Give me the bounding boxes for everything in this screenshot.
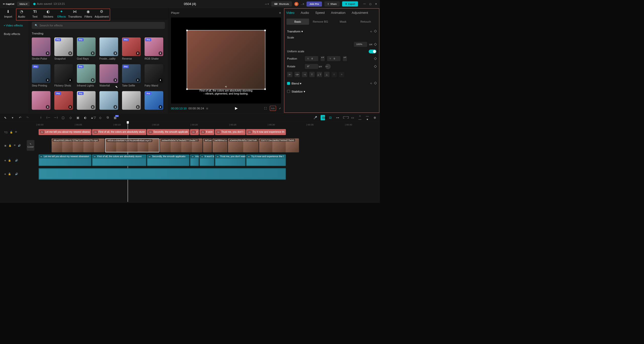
- distribute-h-icon[interactable]: ⫾: [332, 72, 337, 77]
- crop-icon[interactable]: ⧉: [105, 116, 110, 119]
- mic-icon[interactable]: 🎤: [313, 116, 318, 119]
- maximize-icon[interactable]: ▢: [369, 3, 372, 5]
- effect-item[interactable]: Pro⬇Reverse: [122, 37, 141, 60]
- fullscreen-icon[interactable]: ⤢: [279, 107, 281, 110]
- user-avatar[interactable]: C: [294, 2, 299, 6]
- video-clip[interactable]: e3e6842f5b3bf1c729870d6: [228, 138, 259, 152]
- props-tab-animation[interactable]: Animation: [330, 10, 346, 16]
- compare-icon[interactable]: ▦: [206, 107, 208, 110]
- align-center-v-icon[interactable]: ⊥⊤: [317, 72, 322, 77]
- props-tab-adjustment[interactable]: Adjustment: [351, 10, 369, 16]
- audio-clip[interactable]: cc It won't b: [199, 154, 214, 166]
- menu-button[interactable]: Menu ▾: [17, 2, 30, 6]
- audio-clip[interactable]: cc First of all, the colors are absolute…: [92, 154, 146, 166]
- effect-item[interactable]: Pro⬇RGB Shake: [145, 37, 163, 60]
- reset-blend-icon[interactable]: ⟲: [370, 82, 372, 85]
- track-video-mute-icon[interactable]: 🔊: [18, 144, 21, 147]
- audio-clip[interactable]: cc Trust me, you don't want: [215, 154, 246, 166]
- close-icon[interactable]: ✕: [375, 3, 377, 5]
- keyframe-scale-icon[interactable]: [374, 43, 377, 46]
- toggle-uniform-scale[interactable]: [369, 50, 377, 53]
- link-icon[interactable]: ⊶: [335, 116, 340, 119]
- effect-item[interactable]: ⬇Flickery Shots: [54, 64, 73, 87]
- text-clip[interactable]: A≡And s: [190, 129, 199, 135]
- text-clip[interactable]: A≡Trust me, you don't wan: [215, 129, 246, 135]
- preview-icon[interactable]: ▭: [350, 116, 355, 119]
- download-icon[interactable]: ⬇: [136, 51, 140, 55]
- layout-icon[interactable]: ▭ ▾: [265, 3, 269, 5]
- undo-icon[interactable]: ↶: [18, 116, 22, 119]
- video-clip[interactable]: ea9ae85da5a7a79eda82771bede77: [160, 138, 203, 152]
- rotate-stepper[interactable]: ▲▼: [318, 65, 322, 68]
- track-video-type-icon[interactable]: ▣: [4, 144, 7, 147]
- cover-button[interactable]: ✎Cover: [27, 140, 34, 151]
- effect-item[interactable]: Pro⬇: [77, 91, 96, 111]
- download-icon[interactable]: ⬇: [91, 105, 95, 109]
- track-video-visibility-icon[interactable]: 👁: [14, 144, 16, 147]
- text-clip[interactable]: A≡Secondly, the smooth applicatio: [147, 129, 189, 135]
- tab-filters[interactable]: ◉Filters: [82, 8, 95, 19]
- download-icon[interactable]: ⬇: [113, 78, 117, 82]
- effect-item[interactable]: Pro⬇Infrared Lights: [77, 64, 96, 87]
- rotate-tool-icon[interactable]: ◇: [98, 116, 102, 119]
- scan-icon[interactable]: ⛶: [264, 107, 267, 110]
- section-transform[interactable]: Transform ▾: [287, 30, 303, 33]
- download-icon[interactable]: ⬇: [158, 105, 162, 109]
- audio-clip[interactable]: cc And tl: [190, 154, 199, 166]
- track-audio2-mute-icon[interactable]: 🔊: [15, 173, 18, 175]
- download-icon[interactable]: ⬇: [46, 105, 50, 109]
- align-bottom-icon[interactable]: ⊥: [324, 72, 330, 77]
- download-icon[interactable]: ⬇: [68, 51, 72, 55]
- track-text-visibility-icon[interactable]: 👁: [15, 131, 17, 134]
- tab-transitions[interactable]: ⋈Transitions: [68, 8, 82, 19]
- download-icon[interactable]: ⬇: [158, 51, 162, 55]
- download-icon[interactable]: ⬇: [136, 78, 140, 82]
- split-right-icon[interactable]: →⟊: [53, 116, 58, 119]
- zoom-fit-icon[interactable]: ⊕: [373, 116, 377, 119]
- download-icon[interactable]: ⬇: [46, 78, 50, 82]
- effect-item[interactable]: Pro⬇God Rays: [77, 37, 96, 60]
- zoom-out-icon[interactable]: ○—: [358, 114, 362, 121]
- keyframe-position-icon[interactable]: [374, 57, 377, 60]
- effect-item[interactable]: Pro⬇Step Printing: [32, 64, 50, 87]
- ai-tool-icon[interactable]: ▦Pro: [113, 116, 117, 119]
- effect-item[interactable]: ⬇: [99, 91, 118, 111]
- zoom-slider-handle[interactable]: —●: [365, 114, 370, 121]
- effect-item[interactable]: ⬇Fairy Wand: [145, 64, 163, 87]
- section-stabilize[interactable]: Stabilize ▾: [292, 90, 305, 93]
- text-clip[interactable]: A≡Let me tell you about my newest obsess…: [38, 129, 91, 135]
- tab-audio[interactable]: ◔Audio: [15, 8, 28, 19]
- effect-item[interactable]: Pro⬇: [145, 91, 163, 111]
- search-input[interactable]: [39, 24, 162, 27]
- reset-icon[interactable]: ⟲: [370, 30, 372, 33]
- redo-icon[interactable]: ↷: [25, 116, 30, 119]
- effect-item[interactable]: Pro⬇Snapshot: [54, 37, 73, 60]
- bookmark-icon[interactable]: ◇: [68, 116, 73, 119]
- link-highlight-icon[interactable]: ⊡: [328, 116, 333, 119]
- position-y-stepper[interactable]: ▲▼: [343, 56, 347, 61]
- keyframe-diamond-icon[interactable]: [374, 30, 377, 33]
- subtab-mask[interactable]: Mask: [332, 19, 354, 25]
- track-audio1-mute-icon[interactable]: 🔊: [15, 159, 18, 162]
- checkbox-stabilize[interactable]: [287, 90, 290, 93]
- props-tab-audio[interactable]: Audio: [300, 10, 310, 16]
- pointer-tool-icon[interactable]: ⬉: [3, 116, 8, 119]
- effect-item[interactable]: ⬇Strobe Pulse: [32, 37, 50, 60]
- audio-clip[interactable]: cc Secondly, the smooth applicatio: [147, 154, 189, 166]
- download-icon[interactable]: ⬇: [46, 51, 50, 55]
- sidebar-item-body-effects[interactable]: Body effects: [2, 30, 27, 37]
- position-x-input[interactable]: X0: [305, 56, 318, 61]
- download-icon[interactable]: ⬇: [136, 105, 140, 109]
- audio-clip[interactable]: [38, 168, 286, 180]
- player-menu-icon[interactable]: ≡: [279, 11, 281, 15]
- track-text-type-icon[interactable]: T◫: [4, 131, 8, 133]
- checkbox-blend[interactable]: [287, 82, 290, 85]
- tab-text[interactable]: TIText: [28, 8, 42, 19]
- delete-icon[interactable]: ▢: [61, 116, 65, 119]
- align-left-icon[interactable]: ⊢: [287, 72, 292, 77]
- align-top-icon[interactable]: ⊤: [309, 72, 315, 77]
- track-text-lock-icon[interactable]: 🔓: [10, 131, 13, 133]
- distribute-v-icon[interactable]: ≡: [339, 72, 344, 77]
- selection-handles[interactable]: [187, 30, 265, 90]
- position-x-stepper[interactable]: ▲▼: [320, 56, 325, 61]
